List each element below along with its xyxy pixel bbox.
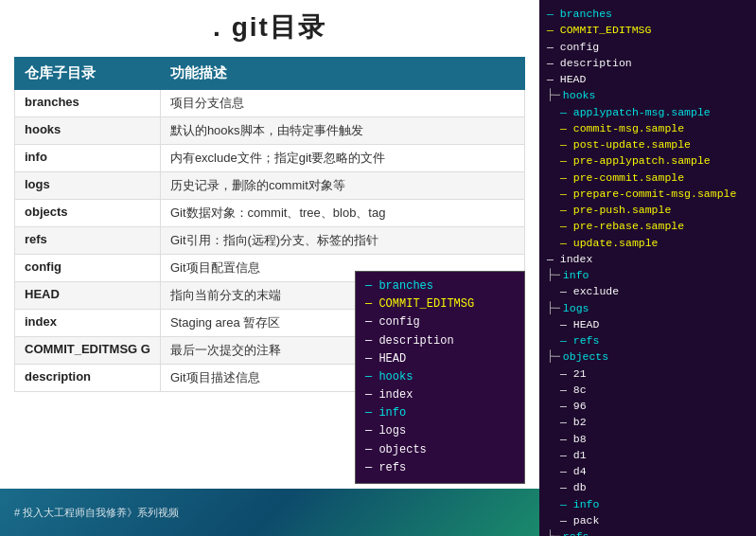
terminal-text: — post-update.sample [560,136,691,152]
overlay-terminal-item: — index [365,386,515,404]
overlay-terminal-item: — branches [365,277,515,295]
right-terminal-panel: — branches— COMMIT_EDITMSG— config— desc… [539,0,756,536]
terminal-line: — pack [547,512,748,528]
left-panel: . git目录 仓库子目录 功能描述 branches项目分支信息hooks默认… [0,0,539,536]
table-row: logs历史记录，删除的commit对象等 [15,172,525,200]
page-title: . git目录 [14,9,525,45]
bottom-bar: # 投入大工程师自我修养》系列视频 [0,489,539,536]
title-prefix: . git [213,12,270,42]
terminal-line: — db [547,479,748,495]
terminal-text: — db [560,479,587,495]
terminal-line: — 96 [547,398,748,414]
table-row: objectsGit数据对象：commit、tree、blob、tag [15,200,525,227]
terminal-text: — pack [560,512,599,528]
table-row: branches项目分支信息 [15,90,525,117]
terminal-text: — 96 [560,398,587,414]
terminal-text: — d1 [560,447,587,463]
table-header-row: 仓库子目录 功能描述 [15,58,525,90]
terminal-text: — description [547,55,632,71]
terminal-text: — pre-push.sample [560,202,671,218]
col1-header: 仓库子目录 [15,58,161,90]
table-cell-name: info [15,145,161,172]
terminal-text: — branches [547,6,612,22]
terminal-line: — prepare-commit-msg.sample [547,186,748,202]
table-cell-desc: 默认的hooks脚本，由特定事件触发 [160,117,524,145]
terminal-line: — exclude [547,283,748,299]
table-cell-name: objects [15,200,161,227]
table-cell-name: refs [15,227,161,255]
table-cell-desc: Git数据对象：commit、tree、blob、tag [160,200,524,227]
terminal-text: — b2 [560,414,587,430]
col2-header: 功能描述 [160,58,524,90]
table-cell-desc: 内有exclude文件；指定git要忽略的文件 [160,145,524,172]
terminal-text: info [563,267,589,283]
terminal-text: logs [563,300,589,316]
terminal-text: objects [563,348,608,365]
terminal-line: — pre-commit.sample [547,170,748,186]
terminal-line: — HEAD [547,71,748,87]
terminal-line: — 8c [547,382,748,398]
terminal-text: — prepare-commit-msg.sample [560,186,736,202]
terminal-line: — branches [547,6,748,22]
terminal-text: — index [547,251,592,267]
terminal-text: hooks [563,87,596,103]
terminal-line: — HEAD [547,316,748,332]
terminal-line: ├─ hooks [547,87,748,103]
terminal-text: — commit-msg.sample [560,120,684,136]
terminal-line: — d4 [547,463,748,479]
terminal-line: — pre-applypatch.sample [547,152,748,169]
terminal-line: — applypatch-msg.sample [547,104,748,120]
overlay-terminal-item: — COMMIT_EDITMSG [365,295,515,313]
bottom-bar-text: # 投入大工程师自我修养》系列视频 [14,506,179,520]
terminal-line: ├─ objects [547,348,748,365]
terminal-text: — refs [560,332,599,348]
terminal-text: — pre-commit.sample [560,170,684,186]
overlay-terminal-item: — description [365,332,515,350]
terminal-line: — refs [547,332,748,348]
overlay-terminal-item: — refs [365,459,515,477]
terminal-text: — COMMIT_EDITMSG [547,22,651,38]
terminal-line: — 21 [547,366,748,382]
terminal-line: — pre-rebase.sample [547,218,748,234]
terminal-text: — 8c [560,382,587,398]
overlay-terminal-item: — logs [365,422,515,440]
terminal-line: — pre-push.sample [547,202,748,218]
overlay-terminal-item: — objects [365,441,515,459]
terminal-text: refs [563,528,589,536]
terminal-text: — pre-applypatch.sample [560,152,711,169]
terminal-text: — HEAD [547,71,586,87]
overlay-terminal-item: — config [365,313,515,331]
terminal-line: ├─ refs [547,528,748,536]
terminal-text: — d4 [560,463,587,479]
terminal-line: — d1 [547,447,748,463]
table-cell-name: logs [15,172,161,200]
terminal-line: — commit-msg.sample [547,120,748,136]
table-cell-desc: 历史记录，删除的commit对象等 [160,172,524,200]
table-cell-name: description [15,365,161,392]
terminal-line: — info [547,496,748,512]
table-cell-desc: 项目分支信息 [160,90,524,117]
table-row: info内有exclude文件；指定git要忽略的文件 [15,145,525,172]
table-cell-name: HEAD [15,282,161,310]
table-row: refsGit引用：指向(远程)分支、标签的指针 [15,227,525,255]
table-cell-name: hooks [15,117,161,145]
table-row: hooks默认的hooks脚本，由特定事件触发 [15,117,525,145]
terminal-line: — b2 [547,414,748,430]
terminal-line: — post-update.sample [547,136,748,152]
terminal-line: ├─ info [547,267,748,283]
terminal-line: — config [547,39,748,55]
overlay-terminal: — branches— COMMIT_EDITMSG— config— desc… [355,271,525,484]
terminal-text: — HEAD [560,316,599,332]
terminal-text: — b8 [560,431,587,447]
title-suffix: 目录 [270,12,326,42]
table-cell-name: branches [15,90,161,117]
table-cell-name: config [15,255,161,282]
terminal-text: — exclude [560,283,619,299]
terminal-text: — update.sample [560,235,659,251]
table-cell-name: index [15,310,161,337]
terminal-text: — config [547,39,599,55]
terminal-line: — b8 [547,431,748,447]
terminal-line: ├─ logs [547,300,748,316]
overlay-terminal-item: — hooks [365,368,515,386]
overlay-terminal-item: — HEAD [365,350,515,368]
